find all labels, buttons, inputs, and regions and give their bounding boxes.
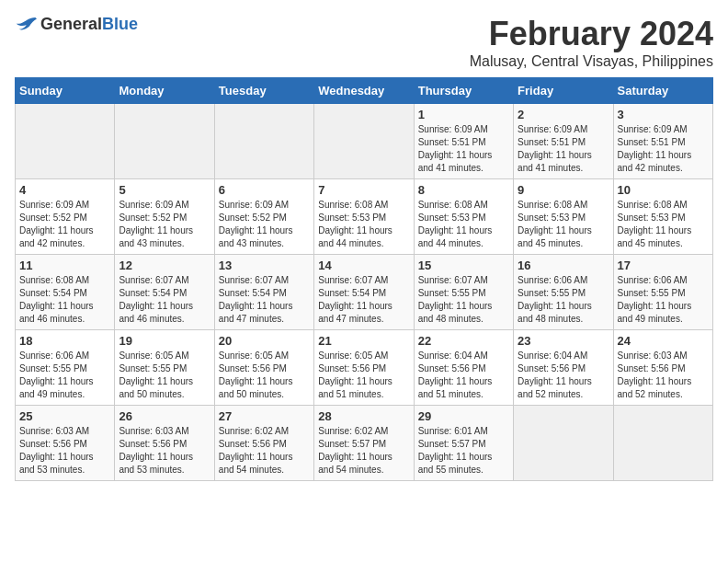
day-number: 20 xyxy=(219,334,310,348)
day-number: 17 xyxy=(618,259,709,272)
day-detail: Sunrise: 6:09 AM Sunset: 5:52 PM Dayligh… xyxy=(119,199,210,250)
day-number: 3 xyxy=(618,108,709,121)
day-number: 25 xyxy=(19,409,110,423)
weekday-header-monday: Monday xyxy=(115,78,214,104)
weekday-header-saturday: Saturday xyxy=(613,78,712,104)
calendar-cell: 28Sunrise: 6:02 AM Sunset: 5:57 PM Dayli… xyxy=(314,406,414,481)
logo-bird-icon xyxy=(15,16,37,34)
calendar-cell: 25Sunrise: 6:03 AM Sunset: 5:56 PM Dayli… xyxy=(16,406,115,481)
day-number: 8 xyxy=(418,183,509,197)
day-number: 22 xyxy=(418,334,509,348)
calendar-title: February 2024 xyxy=(470,15,713,53)
calendar-cell: 1Sunrise: 6:09 AM Sunset: 5:51 PM Daylig… xyxy=(414,104,513,179)
day-detail: Sunrise: 6:08 AM Sunset: 5:53 PM Dayligh… xyxy=(418,199,509,250)
calendar-cell: 11Sunrise: 6:08 AM Sunset: 5:54 PM Dayli… xyxy=(16,255,115,330)
logo-blue: Blue xyxy=(102,15,138,33)
day-number: 10 xyxy=(618,183,709,197)
day-detail: Sunrise: 6:09 AM Sunset: 5:51 PM Dayligh… xyxy=(418,123,509,175)
day-detail: Sunrise: 6:09 AM Sunset: 5:52 PM Dayligh… xyxy=(219,199,310,250)
calendar-week-row: 11Sunrise: 6:08 AM Sunset: 5:54 PM Dayli… xyxy=(16,255,713,330)
calendar-week-row: 18Sunrise: 6:06 AM Sunset: 5:55 PM Dayli… xyxy=(16,330,713,406)
day-number: 26 xyxy=(119,409,210,423)
weekday-header-thursday: Thursday xyxy=(414,78,513,104)
calendar-cell: 4Sunrise: 6:09 AM Sunset: 5:52 PM Daylig… xyxy=(16,179,115,255)
calendar-cell xyxy=(314,104,414,179)
day-number: 2 xyxy=(518,108,609,121)
day-number: 7 xyxy=(318,183,409,197)
header: GeneralBlue February 2024 Malusay, Centr… xyxy=(15,15,713,70)
day-detail: Sunrise: 6:09 AM Sunset: 5:51 PM Dayligh… xyxy=(518,123,609,175)
calendar-week-row: 1Sunrise: 6:09 AM Sunset: 5:51 PM Daylig… xyxy=(16,104,713,179)
day-detail: Sunrise: 6:03 AM Sunset: 5:56 PM Dayligh… xyxy=(618,350,709,401)
day-detail: Sunrise: 6:08 AM Sunset: 5:53 PM Dayligh… xyxy=(618,199,709,250)
calendar-cell xyxy=(214,104,313,179)
calendar-cell: 8Sunrise: 6:08 AM Sunset: 5:53 PM Daylig… xyxy=(414,179,513,255)
calendar-cell: 19Sunrise: 6:05 AM Sunset: 5:55 PM Dayli… xyxy=(115,330,214,406)
calendar-cell: 21Sunrise: 6:05 AM Sunset: 5:56 PM Dayli… xyxy=(314,330,414,406)
day-detail: Sunrise: 6:07 AM Sunset: 5:55 PM Dayligh… xyxy=(418,274,509,326)
calendar-cell: 3Sunrise: 6:09 AM Sunset: 5:51 PM Daylig… xyxy=(613,104,712,179)
calendar-cell xyxy=(514,406,613,481)
calendar-cell xyxy=(613,406,712,481)
day-detail: Sunrise: 6:09 AM Sunset: 5:52 PM Dayligh… xyxy=(19,199,110,250)
day-number: 5 xyxy=(119,183,210,197)
day-number: 23 xyxy=(518,334,609,348)
calendar-cell: 13Sunrise: 6:07 AM Sunset: 5:54 PM Dayli… xyxy=(214,255,313,330)
day-detail: Sunrise: 6:05 AM Sunset: 5:56 PM Dayligh… xyxy=(219,350,310,401)
day-detail: Sunrise: 6:06 AM Sunset: 5:55 PM Dayligh… xyxy=(19,350,110,401)
calendar-week-row: 4Sunrise: 6:09 AM Sunset: 5:52 PM Daylig… xyxy=(16,179,713,255)
calendar-cell: 17Sunrise: 6:06 AM Sunset: 5:55 PM Dayli… xyxy=(613,255,712,330)
day-number: 15 xyxy=(418,259,509,272)
calendar-cell: 27Sunrise: 6:02 AM Sunset: 5:56 PM Dayli… xyxy=(214,406,313,481)
day-detail: Sunrise: 6:05 AM Sunset: 5:56 PM Dayligh… xyxy=(318,350,409,401)
day-detail: Sunrise: 6:08 AM Sunset: 5:53 PM Dayligh… xyxy=(518,199,609,250)
calendar-cell: 12Sunrise: 6:07 AM Sunset: 5:54 PM Dayli… xyxy=(115,255,214,330)
day-detail: Sunrise: 6:08 AM Sunset: 5:53 PM Dayligh… xyxy=(318,199,409,250)
calendar-week-row: 25Sunrise: 6:03 AM Sunset: 5:56 PM Dayli… xyxy=(16,406,713,481)
day-detail: Sunrise: 6:07 AM Sunset: 5:54 PM Dayligh… xyxy=(318,274,409,326)
day-number: 29 xyxy=(418,409,509,423)
weekday-header-row: SundayMondayTuesdayWednesdayThursdayFrid… xyxy=(16,78,713,104)
day-detail: Sunrise: 6:06 AM Sunset: 5:55 PM Dayligh… xyxy=(618,274,709,326)
day-number: 24 xyxy=(618,334,709,348)
calendar-cell: 2Sunrise: 6:09 AM Sunset: 5:51 PM Daylig… xyxy=(514,104,613,179)
day-number: 4 xyxy=(19,183,110,197)
weekday-header-tuesday: Tuesday xyxy=(214,78,313,104)
calendar-cell: 29Sunrise: 6:01 AM Sunset: 5:57 PM Dayli… xyxy=(414,406,513,481)
calendar-table: SundayMondayTuesdayWednesdayThursdayFrid… xyxy=(15,77,713,481)
day-detail: Sunrise: 6:06 AM Sunset: 5:55 PM Dayligh… xyxy=(518,274,609,326)
day-number: 21 xyxy=(318,334,409,348)
calendar-cell: 7Sunrise: 6:08 AM Sunset: 5:53 PM Daylig… xyxy=(314,179,414,255)
day-number: 6 xyxy=(219,183,310,197)
day-number: 12 xyxy=(119,259,210,272)
day-detail: Sunrise: 6:04 AM Sunset: 5:56 PM Dayligh… xyxy=(418,350,509,401)
day-detail: Sunrise: 6:03 AM Sunset: 5:56 PM Dayligh… xyxy=(119,425,210,477)
calendar-cell: 26Sunrise: 6:03 AM Sunset: 5:56 PM Dayli… xyxy=(115,406,214,481)
calendar-cell: 16Sunrise: 6:06 AM Sunset: 5:55 PM Dayli… xyxy=(514,255,613,330)
day-number: 18 xyxy=(19,334,110,348)
day-detail: Sunrise: 6:07 AM Sunset: 5:54 PM Dayligh… xyxy=(219,274,310,326)
calendar-cell: 24Sunrise: 6:03 AM Sunset: 5:56 PM Dayli… xyxy=(613,330,712,406)
day-detail: Sunrise: 6:01 AM Sunset: 5:57 PM Dayligh… xyxy=(418,425,509,477)
logo: GeneralBlue xyxy=(15,15,138,34)
day-detail: Sunrise: 6:09 AM Sunset: 5:51 PM Dayligh… xyxy=(618,123,709,175)
day-number: 13 xyxy=(219,259,310,272)
calendar-cell: 6Sunrise: 6:09 AM Sunset: 5:52 PM Daylig… xyxy=(214,179,313,255)
day-number: 11 xyxy=(19,259,110,272)
day-detail: Sunrise: 6:05 AM Sunset: 5:55 PM Dayligh… xyxy=(119,350,210,401)
day-number: 14 xyxy=(318,259,409,272)
calendar-cell: 14Sunrise: 6:07 AM Sunset: 5:54 PM Dayli… xyxy=(314,255,414,330)
day-detail: Sunrise: 6:02 AM Sunset: 5:57 PM Dayligh… xyxy=(318,425,409,477)
day-number: 16 xyxy=(518,259,609,272)
calendar-cell: 10Sunrise: 6:08 AM Sunset: 5:53 PM Dayli… xyxy=(613,179,712,255)
day-number: 9 xyxy=(518,183,609,197)
calendar-subtitle: Malusay, Central Visayas, Philippines xyxy=(470,53,713,70)
day-detail: Sunrise: 6:04 AM Sunset: 5:56 PM Dayligh… xyxy=(518,350,609,401)
day-number: 1 xyxy=(418,108,509,121)
calendar-cell: 5Sunrise: 6:09 AM Sunset: 5:52 PM Daylig… xyxy=(115,179,214,255)
day-detail: Sunrise: 6:03 AM Sunset: 5:56 PM Dayligh… xyxy=(19,425,110,477)
calendar-cell: 15Sunrise: 6:07 AM Sunset: 5:55 PM Dayli… xyxy=(414,255,513,330)
day-detail: Sunrise: 6:08 AM Sunset: 5:54 PM Dayligh… xyxy=(19,274,110,326)
weekday-header-wednesday: Wednesday xyxy=(314,78,414,104)
calendar-cell: 9Sunrise: 6:08 AM Sunset: 5:53 PM Daylig… xyxy=(514,179,613,255)
